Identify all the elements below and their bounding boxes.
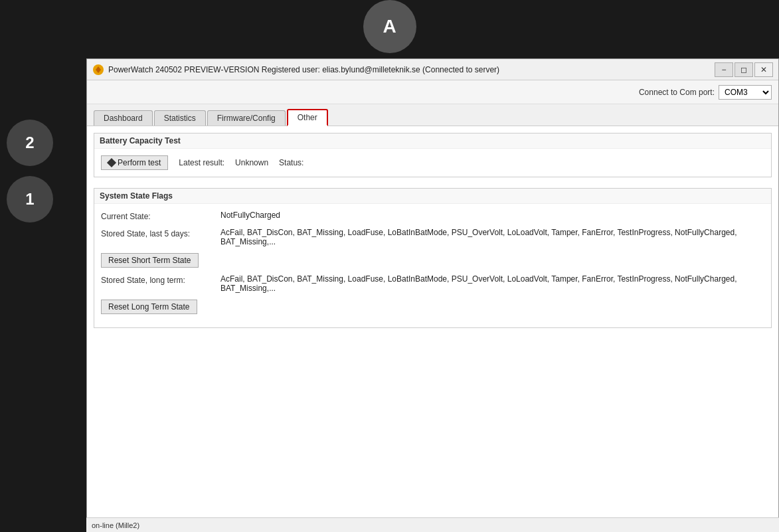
circle-2: 2 [7,120,53,166]
current-state-label: Current State: [101,211,220,221]
test-row: Perform test Latest result: Unknown Stat… [101,155,764,170]
current-state-row: Current State: NotFullyCharged [101,211,764,221]
tab-statistics[interactable]: Statistics [154,110,206,126]
statusbar: on-line (Mille2) [86,517,779,532]
minimize-button[interactable]: − [715,62,733,77]
battery-capacity-title: Battery Capacity Test [94,133,771,149]
status-label: Status: [279,158,303,167]
stored-longterm-row: Stored State, long term: AcFail, BAT_Dis… [101,274,764,293]
reset-short-term-button[interactable]: Reset Short Term State [101,253,199,268]
restore-button[interactable]: ◻ [735,62,753,77]
tab-firmware-config[interactable]: Firmware/Config [207,110,286,126]
statusbar-text: on-line (Mille2) [92,521,139,529]
tabs-bar: Dashboard Statistics Firmware/Config Oth… [87,104,778,126]
titlebar-title: PowerWatch 240502 PREVIEW-VERSION Regist… [108,65,715,74]
stored-5days-row: Stored State, last 5 days: AcFail, BAT_D… [101,228,764,246]
battery-capacity-section: Battery Capacity Test Perform test Lates… [94,133,772,177]
latest-result-value: Unknown [235,158,268,167]
circle-1: 1 [7,176,53,222]
main-window: PowerWatch 240502 PREVIEW-VERSION Regist… [86,58,779,522]
perform-test-button[interactable]: Perform test [101,155,168,170]
titlebar: PowerWatch 240502 PREVIEW-VERSION Regist… [87,59,778,80]
com-port-label: Connect to Com port: [639,88,715,97]
tab-dashboard[interactable]: Dashboard [94,110,153,126]
reset-long-term-button[interactable]: Reset Long Term State [101,300,197,314]
current-state-value: NotFullyCharged [220,211,764,220]
battery-capacity-body: Perform test Latest result: Unknown Stat… [94,149,771,177]
tab-other[interactable]: Other [287,109,328,126]
stored-longterm-value: AcFail, BAT_DisCon, BAT_Missing, LoadFus… [220,274,764,293]
system-state-body: Current State: NotFullyCharged Stored St… [94,204,771,327]
reset-long-term-row: Reset Long Term State [101,300,764,314]
stored-longterm-label: Stored State, long term: [101,274,220,285]
app-logo-icon [92,64,104,76]
diamond-icon [107,158,116,167]
reset-short-term-row: Reset Short Term State [101,253,764,268]
stored-5days-value: AcFail, BAT_DisCon, BAT_Missing, LoadFus… [220,228,764,246]
system-state-section: System State Flags Current State: NotFul… [94,188,772,328]
close-button[interactable]: ✕ [754,62,773,77]
system-state-title: System State Flags [94,189,771,204]
latest-result-label: Latest result: [179,158,224,167]
com-port-select[interactable]: COM3 [719,85,772,100]
window-controls: − ◻ ✕ [715,62,773,77]
circle-a: A [363,0,416,53]
toolbar: Connect to Com port: COM3 [87,80,778,104]
stored-5days-label: Stored State, last 5 days: [101,228,220,238]
content-area: Battery Capacity Test Perform test Lates… [87,126,778,521]
